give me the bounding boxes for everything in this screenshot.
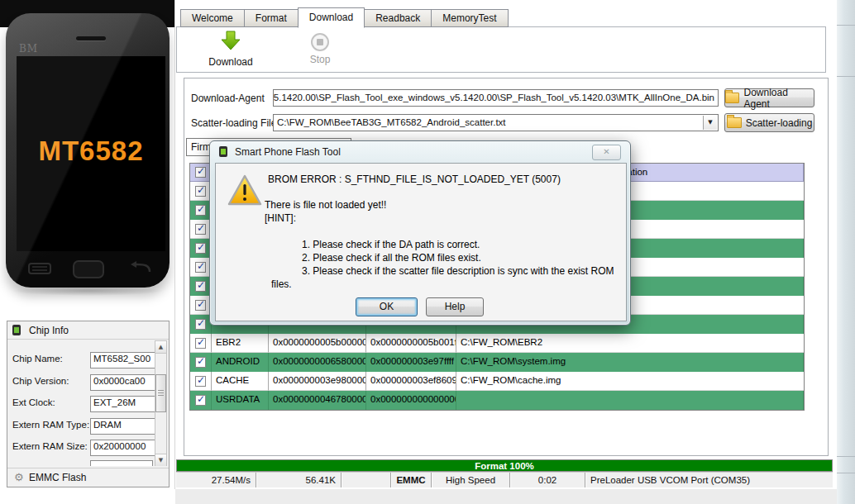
status-cell: 56.41K <box>256 473 342 487</box>
help-button[interactable]: Help <box>426 297 484 316</box>
row-checkbox[interactable] <box>195 300 206 311</box>
dialog-content: BROM ERROR : S_FTHND_FILE_IS_NOT_LOADED_… <box>215 163 627 321</box>
scroll-up-arrow[interactable]: ▲ <box>155 341 166 354</box>
scatter-loading-button[interactable]: Scatter-loading <box>724 113 814 132</box>
tab-bar: WelcomeFormatDownloadReadbackMemoryTest <box>180 7 508 27</box>
row-checkbox[interactable] <box>195 395 206 406</box>
download-agent-button[interactable]: Download Agent <box>724 88 814 107</box>
table-row[interactable]: ANDROID0x00000000065800000x000000003e97f… <box>190 353 804 372</box>
chip-field-value[interactable]: 0x20000000 <box>90 440 155 456</box>
divider <box>837 76 855 77</box>
row-checkbox[interactable] <box>195 376 206 387</box>
cell-location: C:\FW_ROM\EBR2 <box>456 334 804 353</box>
flash-type-label: EMMC Flash <box>29 472 86 483</box>
close-icon[interactable]: ✕ <box>592 145 621 160</box>
checkbox-cell <box>190 391 212 410</box>
tab-download[interactable]: Download <box>298 7 365 28</box>
cell-name: EBR2 <box>212 334 269 353</box>
stop-icon <box>311 33 329 51</box>
error-hint-header: [HINT]: <box>265 212 296 224</box>
cell-begin-address: 0x0000000006580000 <box>269 353 366 372</box>
scroll-thumb[interactable] <box>155 374 166 412</box>
cell-end-address: 0x0000000005b001ff <box>366 334 456 353</box>
dialog-title: Smart Phone Flash Tool <box>235 146 341 158</box>
row-checkbox[interactable] <box>195 357 206 368</box>
download-agent-label: Download-Agent <box>191 93 265 104</box>
chip-field-label: Chip Name: <box>12 354 63 364</box>
tab-readback[interactable]: Readback <box>364 9 432 27</box>
status-cell: High Speed <box>432 473 510 487</box>
scatter-file-label: Scatter-loading File <box>191 117 276 129</box>
cell-location <box>456 391 804 410</box>
ok-button[interactable]: OK <box>356 297 418 316</box>
error-message-line: There is file not loaded yet!! <box>265 199 386 211</box>
cell-end-address: 0x000000003ef86093 <box>366 372 456 391</box>
status-cell: 0:02 <box>510 473 585 487</box>
download-button-label: Download <box>202 56 260 68</box>
chip-field-label: Extern RAM Type: <box>12 420 89 430</box>
chip-info-icon <box>12 325 21 335</box>
cell-location: C:\FW_ROM\cache.img <box>456 372 804 391</box>
divider <box>7 468 169 468</box>
row-checkbox[interactable] <box>195 224 206 235</box>
phone-menu-icon <box>27 261 52 276</box>
error-hint-wrap: files. <box>271 278 292 290</box>
cell-name: CACHE <box>212 372 269 391</box>
chip-field-label: Ext Clock: <box>12 397 55 407</box>
chip-field-label: Extern RAM Size: <box>12 441 88 451</box>
status-bar: 27.54M/s56.41KEMMCHigh Speed0:02PreLoade… <box>176 472 833 487</box>
status-cell: EMMC <box>391 473 432 487</box>
download-arrow-icon <box>220 31 241 50</box>
status-cell <box>342 473 391 487</box>
download-agent-input[interactable]: idows_v5.1420.00\SP_Flash_Tool_exe_windo… <box>273 89 719 107</box>
stop-button[interactable]: Stop <box>299 31 341 70</box>
warning-icon <box>227 174 263 207</box>
gear-icon: ⚙ <box>14 472 24 483</box>
divider <box>7 339 169 340</box>
row-checkbox[interactable] <box>195 319 206 330</box>
chip-info-title: Chip Info <box>29 325 69 336</box>
chip-field-value[interactable]: DRAM <box>90 418 155 435</box>
phone-image: BM MT6582 <box>6 13 170 288</box>
download-button[interactable]: Download <box>202 31 260 70</box>
phone-screen: MT6582 <box>17 56 165 251</box>
row-checkbox[interactable] <box>195 243 206 254</box>
chip-info-scrollbar[interactable]: ▲ ▼ <box>155 340 167 466</box>
cell-end-address: 0x000000003e97ffff <box>366 353 456 372</box>
stop-button-label: Stop <box>299 54 341 65</box>
chip-field-value[interactable]: MT6582_S00 <box>90 352 155 368</box>
cell-name: ANDROID <box>212 353 269 372</box>
phone-earpiece <box>76 36 106 40</box>
phone-shadow <box>12 286 164 296</box>
table-row[interactable]: USRDATA0x00000000467800000x0000000000000… <box>190 391 804 410</box>
scatter-file-input[interactable]: C:\FW_ROM\BeeTAB3G_MT6582_Android_scatte… <box>273 114 719 131</box>
row-checkbox[interactable] <box>195 205 206 216</box>
checkbox-cell <box>190 372 212 391</box>
chip-field-label: Chip Version: <box>12 376 69 386</box>
folder-icon <box>727 117 742 128</box>
cell-begin-address: 0x0000000005b00000 <box>269 334 366 353</box>
divider <box>837 473 855 473</box>
table-row[interactable]: EBR20x0000000005b000000x0000000005b001ff… <box>190 334 804 353</box>
chip-field-value[interactable]: EXT_26M <box>90 396 155 412</box>
cell-name: USRDATA <box>212 391 269 410</box>
checkbox-cell <box>190 334 212 353</box>
divider <box>837 456 855 457</box>
tab-format[interactable]: Format <box>244 9 299 27</box>
select-all-checkbox[interactable] <box>195 167 206 178</box>
table-row[interactable]: CACHE0x000000003e9800000x000000003ef8609… <box>190 372 804 391</box>
row-checkbox[interactable] <box>195 262 206 273</box>
row-checkbox[interactable] <box>195 186 206 197</box>
tab-welcome[interactable]: Welcome <box>180 9 245 27</box>
row-checkbox[interactable] <box>195 281 206 292</box>
tab-memorytest[interactable]: MemoryTest <box>431 9 508 27</box>
cell-begin-address: 0x000000003e980000 <box>269 372 366 391</box>
cell-location: C:\FW_ROM\system.img <box>456 353 804 372</box>
scroll-down-arrow[interactable]: ▼ <box>155 454 166 466</box>
row-checkbox[interactable] <box>195 338 206 349</box>
combo-dropdown-arrow-icon[interactable]: ▼ <box>703 116 717 130</box>
chip-field-value[interactable]: 0x0000ca00 <box>90 374 155 391</box>
error-hint-line: 2. Please check if all the ROM files exi… <box>302 252 481 264</box>
error-code-text: BROM ERROR : S_FTHND_FILE_IS_NOT_LOADED_… <box>268 174 561 185</box>
status-cell: PreLoader USB VCOM Port (COM35) <box>585 473 833 487</box>
